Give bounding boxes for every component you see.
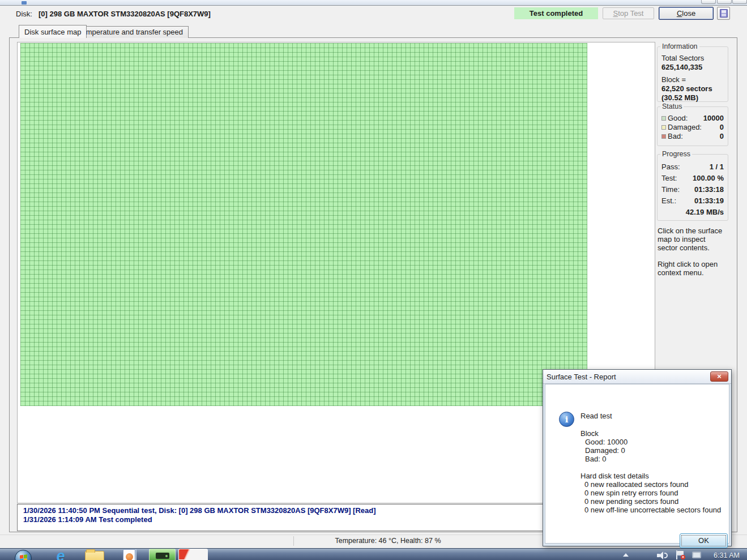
dialog-heading: Read test: [580, 412, 612, 420]
damaged-value: 0: [720, 123, 724, 132]
good-value: 10000: [703, 114, 724, 123]
dialog-title: Surface Test - Report: [547, 373, 616, 381]
progress-row-test: Test: 100.00 %: [661, 173, 724, 184]
sidebar-hints: Click on the surface map to inspect sect…: [658, 226, 727, 277]
ok-button[interactable]: OK: [680, 533, 728, 548]
time-label: Time:: [661, 184, 694, 195]
windows-logo-icon: [20, 554, 27, 560]
est-label: Est.:: [661, 195, 694, 207]
block-damaged: Damaged: 0: [585, 446, 625, 455]
hint-inspect: Click on the surface map to inspect sect…: [658, 226, 727, 252]
time-value: 01:33:18: [694, 184, 724, 195]
tab-disk-surface-map[interactable]: Disk surface map: [19, 25, 87, 38]
block-title: Block: [580, 429, 599, 438]
save-report-button[interactable]: [717, 7, 730, 20]
bad-label: Bad:: [668, 132, 720, 141]
document-app-icon[interactable]: [123, 549, 135, 560]
close-window-button-sliver[interactable]: [732, 0, 747, 4]
close-label: Close: [659, 7, 713, 19]
dialog-titlebar[interactable]: Surface Test - Report ×: [543, 370, 731, 384]
progress-row-pass: Pass: 1 / 1: [661, 161, 724, 173]
window-titlebar-sliver: [0, 0, 747, 6]
good-label: Good:: [668, 114, 703, 123]
stop-test-button: Stop Test: [603, 7, 654, 19]
hint-context-menu: Right click to open context menu.: [658, 260, 727, 277]
temperature-health-status: Temperature: 46 °C, Health: 87 %: [294, 537, 481, 545]
dialog-body: i Read test Block Good: 10000 Damaged: 0…: [545, 384, 729, 544]
block-good: Good: 10000: [585, 438, 628, 446]
test-label: Test:: [661, 173, 693, 184]
speed-value: 42.19 MB/s: [686, 207, 724, 218]
stop-test-label: Stop Test: [603, 8, 654, 19]
pass-label: Pass:: [661, 161, 710, 173]
information-title: Information: [660, 42, 699, 50]
status-row-bad: Bad: 0: [661, 132, 724, 141]
internet-explorer-icon[interactable]: e: [53, 549, 69, 560]
progress-row-est: Est.: 01:33:19: [661, 195, 724, 207]
detail-line: 0 new pending sectors found: [584, 497, 678, 506]
taskbar-clock[interactable]: 6:31 AM: [709, 552, 744, 559]
taskbar: [0, 548, 747, 560]
block-bad: Bad: 0: [585, 455, 607, 463]
est-value: 01:33:19: [694, 195, 724, 207]
taskbar-app-green[interactable]: [149, 549, 176, 560]
network-monitor-icon[interactable]: [692, 552, 701, 558]
bad-value: 0: [720, 132, 724, 141]
block-size: (30.52 MB): [661, 93, 724, 102]
disk-label: Disk:: [16, 10, 32, 18]
progress-row-time: Time: 01:33:18: [661, 184, 724, 195]
surface-map-grid[interactable]: [20, 43, 587, 406]
disk-value: [0] 298 GB MAXTOR STM3320820AS [9QF8X7W9…: [39, 10, 211, 18]
block-label: Block =: [661, 75, 724, 84]
minimize-button-sliver[interactable]: [701, 0, 716, 4]
pass-value: 1 / 1: [710, 161, 724, 173]
floppy-disk-icon: [720, 9, 728, 18]
detail-line: 0 new reallocated sectors found: [584, 480, 689, 489]
surface-test-report-dialog: Surface Test - Report × i Read test Bloc…: [543, 369, 732, 546]
block-value: 62,520 sectors: [661, 84, 724, 93]
status-row-good: Good: 10000: [661, 114, 724, 123]
progress-title: Progress: [660, 150, 692, 158]
test-value: 100.00 %: [693, 173, 724, 184]
detail-line: 0 new spin retry errors found: [584, 489, 678, 497]
maximize-button-sliver[interactable]: [717, 0, 732, 4]
dialog-close-icon[interactable]: ×: [710, 371, 728, 382]
action-center-flag-icon[interactable]: ×: [675, 550, 685, 559]
close-button[interactable]: Close: [659, 7, 714, 20]
status-groupbox: Status Good: 10000 Damaged: 0 Bad: 0: [657, 106, 728, 146]
detail-line: 0 new off-line uncorrectable sectors fou…: [584, 506, 721, 514]
good-color-chip: [661, 116, 666, 121]
test-status-badge: Test completed: [514, 7, 598, 19]
progress-groupbox: Progress Pass: 1 / 1 Test: 100.00 % Time…: [657, 154, 728, 221]
tab-temperature-transfer-speed[interactable]: Temperature and transfer speed: [72, 26, 189, 38]
total-sectors-value: 625,140,335: [661, 63, 724, 72]
volume-icon[interactable]: [657, 552, 668, 559]
total-sectors-label: Total Sectors: [661, 54, 724, 63]
explorer-folder-icon[interactable]: [85, 551, 104, 560]
progress-row-speed: 42.19 MB/s: [661, 207, 724, 218]
damaged-color-chip: [661, 125, 666, 130]
damaged-label: Damaged:: [668, 123, 720, 132]
details-title: Hard disk test details: [580, 472, 649, 480]
status-row-damaged: Damaged: 0: [661, 123, 724, 132]
status-title: Status: [660, 102, 684, 110]
taskbar-app-red[interactable]: [178, 549, 208, 560]
information-groupbox: Information Total Sectors 625,140,335 Bl…: [657, 46, 728, 102]
statusbar-divider: [293, 536, 294, 546]
tray-expand-chevron-icon[interactable]: [623, 553, 629, 557]
info-icon: i: [559, 412, 574, 427]
bad-color-chip: [661, 134, 666, 139]
speed-label: [661, 207, 686, 218]
hard-disk-icon: [156, 553, 169, 559]
window-icon: [22, 1, 27, 5]
